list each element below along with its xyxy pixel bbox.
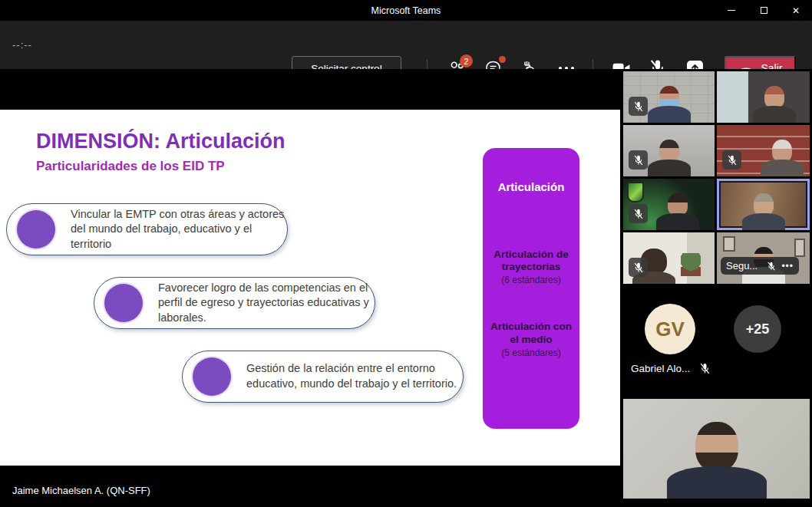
bullet-dot-icon [17,210,55,249]
bullet-pill-1: Vincular la EMTP con otras áreas y actor… [6,203,288,255]
participant-video-tile[interactable] [623,179,715,230]
bullet-dot-icon [104,284,143,322]
close-icon: ✕ [792,5,800,16]
minimize-icon [728,10,735,11]
panel-header: Articulación [483,180,579,193]
tile-more-options-button[interactable]: ••• [781,261,794,272]
panel-item-1: Articulación de trayectorias (6 estándar… [483,249,579,285]
bullet-text-1: Vincular la EMTP con otras áreas y actor… [71,207,287,252]
bullet-pill-3: Gestión de la relación entre el entorno … [182,351,464,403]
muted-mic-icon [699,362,711,375]
wall-frame-decor [723,236,735,252]
close-button[interactable]: ✕ [780,0,812,21]
participants-count-badge: 2 [460,54,473,67]
avatar-name-row: Gabriel Alo... [631,362,711,375]
bullet-text-3: Gestión de la relación entre el entorno … [246,361,463,391]
panel-item-title: Articulación con el medio [483,321,579,345]
wall-frame-decor [794,239,805,257]
bullet-pill-2: Favorecer logro de las competencias en e… [94,277,375,329]
panel-item-2: Articulación con el medio (5 estándares) [483,321,579,357]
panel-item-subtitle: (6 estándares) [483,275,579,285]
minimize-button[interactable] [715,0,748,21]
participant-name-pill: Segu... ••• [721,257,799,275]
participant-avatar[interactable]: GV [645,304,695,354]
participant-video-tile[interactable] [717,71,810,123]
call-toolbar: --:-- Solicitar control 2 [0,21,812,69]
participant-video-tile[interactable] [717,125,810,176]
presentation-slide: DIMENSIÓN: Articulación Particularidades… [0,110,620,466]
panel-item-subtitle: (5 estándares) [483,347,579,358]
slide-subtitle: Particularidades de los EID TP [36,159,225,174]
maximize-icon [761,7,767,14]
muted-mic-badge [629,258,648,277]
avatar-row: GV +25 Gabriel Alo... [620,299,812,391]
more-participants-avatar[interactable]: +25 [734,305,781,353]
slide-title: DIMENSIÓN: Articulación [36,130,286,153]
participant-video-tile[interactable] [623,232,715,284]
dimension-panel: Articulación Articulación de trayectoria… [483,148,579,429]
participants-sidebar: Segu... ••• GV +25 Gabriel Alo... [620,69,812,507]
avatar-participant-name: Gabriel Alo... [631,363,690,374]
titlebar: Microsoft Teams ✕ [0,0,812,21]
muted-mic-badge [629,150,648,170]
participant-video-tile[interactable]: Segu... ••• [717,232,810,284]
window-title: Microsoft Teams [0,5,812,16]
muted-mic-icon [767,261,776,272]
self-view-video[interactable] [623,399,810,499]
video-tile-grid: Segu... ••• [623,71,810,284]
chat-notification-dot [499,56,506,63]
participant-name: Segu... [726,260,761,272]
muted-mic-badge [722,150,741,170]
more-participants-count: +25 [746,321,770,337]
avatar-initials: GV [655,318,685,341]
window-controls: ✕ [715,0,812,21]
bullet-dot-icon [193,357,231,396]
maximize-button[interactable] [748,0,780,21]
participant-video-tile[interactable] [623,125,715,176]
muted-mic-badge [629,204,648,223]
call-timer: --:-- [12,21,32,69]
panel-item-title: Articulación de trayectorias [483,249,579,273]
school-crest-logo [627,182,644,202]
teams-window: Microsoft Teams ✕ --:-- Solicitar contro… [0,0,812,507]
participant-video-tile[interactable] [623,71,715,123]
active-speaker-video-tile[interactable] [717,179,810,230]
presenter-name-label: Jaime Michaelsen A. (QN-SFF) [12,485,150,496]
muted-mic-badge [629,97,648,116]
plant-decor [681,253,701,276]
bullet-text-2: Favorecer logro de las competencias en e… [158,281,375,326]
shared-screen-stage: DIMENSIÓN: Articulación Particularidades… [0,69,620,507]
